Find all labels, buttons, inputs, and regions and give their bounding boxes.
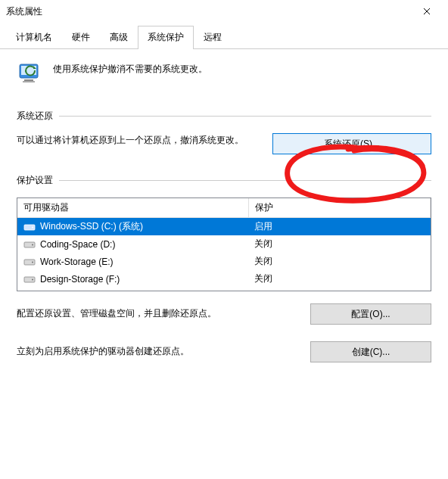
create-button[interactable]: 创建(C)... — [310, 341, 431, 362]
drive-status: 关闭 — [248, 253, 430, 270]
configure-description: 配置还原设置、管理磁盘空间，并且删除还原点。 — [17, 306, 274, 321]
svg-rect-10 — [24, 277, 35, 282]
drive-name: Windows-SSD (C:) (系统) — [40, 220, 143, 233]
restore-description: 可以通过将计算机还原到上一个还原点，撤消系统更改。 — [17, 133, 251, 148]
drive-icon — [23, 275, 36, 284]
svg-rect-4 — [24, 225, 35, 230]
divider — [59, 116, 431, 117]
system-restore-button[interactable]: 系统还原(S)... — [272, 133, 431, 154]
svg-point-9 — [32, 261, 33, 263]
svg-point-5 — [32, 226, 33, 228]
table-row[interactable]: Windows-SSD (C:) (系统)启用 — [17, 218, 431, 236]
section-header-protection: 保护设置 — [17, 174, 431, 187]
drive-name: Work-Storage (E:) — [40, 257, 113, 267]
configure-button[interactable]: 配置(O)... — [310, 303, 431, 325]
divider — [59, 180, 431, 181]
intro-row: 使用系统保护撤消不需要的系统更改。 — [17, 60, 431, 87]
drive-table[interactable]: 可用驱动器 保护 Windows-SSD (C:) (系统)启用Coding-S… — [17, 198, 431, 291]
create-description: 立刻为启用系统保护的驱动器创建还原点。 — [17, 344, 274, 359]
section-header-restore: 系统还原 — [17, 110, 431, 123]
close-icon — [423, 8, 431, 15]
tab-label: 高级 — [110, 32, 128, 42]
restore-row: 可以通过将计算机还原到上一个还原点，撤消系统更改。 系统还原(S)... — [17, 133, 431, 154]
tab-hardware[interactable]: 硬件 — [62, 26, 100, 48]
tab-bar: 计算机名 硬件 高级 系统保护 远程 — [0, 23, 448, 49]
tab-system-protection[interactable]: 系统保护 — [138, 26, 194, 49]
tab-label: 系统保护 — [148, 32, 184, 42]
window-title: 系统属性 — [6, 5, 42, 18]
tab-panel-system-protection: 使用系统保护撤消不需要的系统更改。 系统还原 可以通过将计算机还原到上一个还原点… — [0, 49, 448, 390]
svg-rect-8 — [24, 260, 35, 265]
tab-computer-name[interactable]: 计算机名 — [6, 26, 62, 48]
drive-name: Coding-Space (D:) — [40, 239, 115, 250]
tab-remote[interactable]: 远程 — [194, 26, 232, 48]
tab-label: 计算机名 — [16, 32, 52, 42]
button-label: 系统还原(S)... — [324, 138, 380, 151]
button-label: 创建(C)... — [352, 346, 390, 359]
tab-label: 远程 — [204, 32, 222, 42]
tab-label: 硬件 — [72, 32, 90, 42]
configure-row: 配置还原设置、管理磁盘空间，并且删除还原点。 配置(O)... — [17, 303, 431, 325]
close-button[interactable] — [412, 1, 442, 22]
svg-rect-2 — [24, 79, 33, 81]
section-label: 系统还原 — [17, 110, 53, 123]
col-header-status[interactable]: 保护 — [248, 198, 430, 218]
svg-point-7 — [32, 244, 33, 245]
intro-text: 使用系统保护撤消不需要的系统更改。 — [53, 60, 207, 76]
svg-rect-6 — [24, 242, 35, 247]
drive-icon — [23, 222, 36, 232]
col-header-drive[interactable]: 可用驱动器 — [17, 198, 248, 218]
section-label: 保护设置 — [17, 174, 53, 187]
drive-name: Design-Storage (F:) — [40, 274, 120, 285]
drive-icon — [23, 257, 36, 266]
table-row[interactable]: Coding-Space (D:)关闭 — [17, 235, 431, 253]
create-row: 立刻为启用系统保护的驱动器创建还原点。 创建(C)... — [17, 341, 431, 362]
table-row[interactable]: Design-Storage (F:)关闭 — [17, 270, 431, 288]
svg-point-11 — [32, 278, 33, 280]
button-label: 配置(O)... — [351, 308, 390, 321]
tab-advanced[interactable]: 高级 — [100, 26, 138, 48]
drive-status: 启用 — [248, 218, 430, 236]
svg-rect-3 — [23, 81, 35, 82]
drive-icon — [23, 240, 36, 249]
table-row[interactable]: Work-Storage (E:)关闭 — [17, 253, 431, 270]
drive-status: 关闭 — [248, 270, 430, 288]
titlebar: 系统属性 — [0, 0, 448, 23]
system-protection-icon — [17, 60, 44, 87]
drive-status: 关闭 — [248, 235, 430, 253]
